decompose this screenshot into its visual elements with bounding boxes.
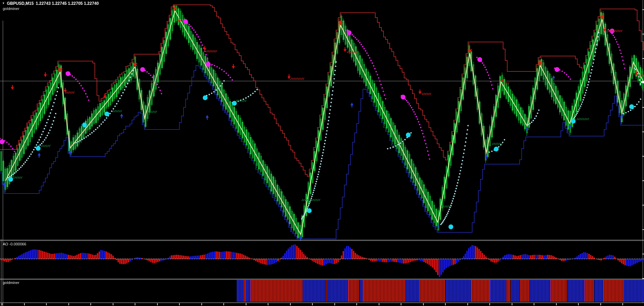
indicator-name-label: goldminer	[3, 7, 19, 11]
symbol-dropdown-icon[interactable]: ▼	[2, 1, 5, 6]
chart-title: ▼ GBPUSD,M15 1.22743 1.22745 1.22705 1.2…	[2, 1, 99, 6]
goldminer-panel-label: goldminer	[3, 281, 19, 285]
ao-indicator-label: AO -0.000066	[3, 242, 26, 246]
price-chart-canvas[interactable]	[0, 0, 644, 306]
mt4-chart-window: ▼ GBPUSD,M15 1.22743 1.22745 1.22705 1.2…	[0, 0, 644, 306]
symbol-period-label: GBPUSD,M15	[7, 1, 34, 6]
ohlc-quotes-label: 1.22743 1.22745 1.22705 1.22740	[36, 1, 99, 6]
